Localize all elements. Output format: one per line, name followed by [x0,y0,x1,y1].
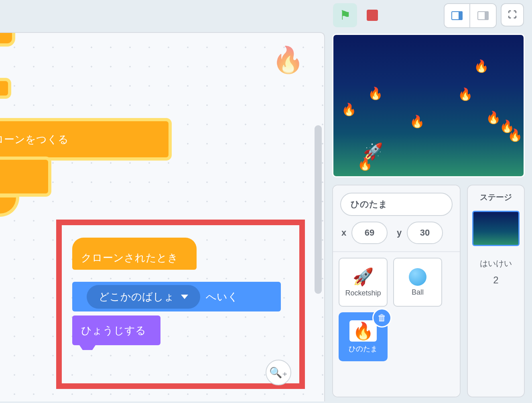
block-when-cloned[interactable]: クローンされたとき [72,238,197,270]
stage-fire-sprite: 🔥 [486,110,501,124]
dropdown-label: どこかのばしょ [99,290,175,304]
large-stage-button[interactable] [470,4,496,27]
code-canvas[interactable]: 🔥 ん のクローンをつくる うまつ クローンされたとき どこかのばしょ へいく [0,33,324,401]
small-stage-icon [451,11,463,20]
sprite-watermark: 🔥 [272,45,304,75]
zoom-in-button[interactable]: 🔍₊ [266,360,291,385]
stage-title: ステージ [480,192,512,203]
sprite-tile-hinotama[interactable]: 🔥 ひのたま 🗑 [339,312,388,361]
ball-icon [409,268,426,286]
stage-panel: ステージ はいけい 2 [467,185,525,397]
sprite-list: 🚀 Rocketship Ball 🔥 ひのたま 🗑 [333,252,460,397]
stage-fire-sprite: 🔥 [357,157,372,171]
block-text: のクローンをつくる [0,132,69,147]
x-input[interactable] [351,222,388,244]
stop-icon [367,10,378,21]
sprite-tile-rocketship[interactable]: 🚀 Rocketship [339,258,388,307]
stage-fire-sprite: 🔥 [410,114,424,128]
tile-label: Ball [412,288,424,297]
code-area[interactable]: 🔥 ん のクローンをつくる うまつ クローンされたとき どこかのばしょ へいく [0,32,325,401]
small-stage-button[interactable] [445,4,470,27]
vertical-scrollbar[interactable] [315,125,322,294]
stage-size-group [444,3,497,28]
coord-row: x y [340,222,453,244]
view-controls: ⛶ [444,3,524,28]
flag-icon: ⚑ [339,8,351,23]
fullscreen-button[interactable]: ⛶ [501,3,524,26]
stage-fire-sprite: 🔥 [341,102,356,116]
rocket-icon: 🚀 [353,267,374,287]
chevron-down-icon [181,295,188,299]
y-input[interactable] [407,222,443,244]
backdrop-count: 2 [493,275,498,286]
stage-fire-sprite: 🔥 [474,59,489,73]
block-wait[interactable]: うまつ [0,160,48,193]
fullscreen-icon: ⛶ [508,10,517,20]
stop-button[interactable] [360,3,384,27]
controls-bar: ⚑ ⛶ [0,0,532,32]
large-stage-icon [477,11,489,20]
block-create-clone[interactable]: ん のクローンをつくる [0,121,169,157]
block-show[interactable]: ひょうじする [72,315,160,345]
block-text: クローンされたとき [81,251,178,265]
x-label: x [340,228,347,238]
sprite-tile-ball[interactable]: Ball [393,258,442,307]
goto-target-dropdown[interactable]: どこかのばしょ [87,285,200,309]
delete-sprite-button[interactable]: 🗑 [372,308,392,328]
stage-fire-sprite: 🔥 [522,103,525,117]
stage-fire-sprite: 🔥 [508,128,522,142]
tile-label: ひのたま [349,344,378,354]
stage-preview[interactable]: 🚀 🔥🔥🔥🔥🔥🔥🔥🔥🔥🔥 [332,34,525,177]
stage-fire-sprite: 🔥 [458,87,473,101]
block-loop-end[interactable] [0,197,16,214]
run-controls: ⚑ [333,3,384,27]
block-text: へいく [206,290,238,304]
y-label: y [396,228,403,238]
fire-icon: 🔥 [349,320,377,342]
tile-label: Rocketship [345,289,381,297]
sprite-info-panel: x y 🚀 Rocketship Ball 🔥 ひのたま 🗑 [332,185,461,397]
block-goto[interactable]: どこかのばしょ へいく [72,282,281,311]
stage-thumbnail[interactable] [472,211,520,246]
block-fragment-top[interactable] [0,33,12,43]
sprite-header: x y [333,185,460,252]
sprite-name-input[interactable] [340,193,453,216]
block-text: ひょうじする [81,324,146,338]
zoom-icon: 🔍₊ [269,366,288,379]
backdrop-label: はいけい [480,258,512,269]
trash-icon: 🗑 [378,313,386,323]
green-flag-button[interactable]: ⚑ [333,3,357,27]
stage-fire-sprite: 🔥 [368,86,383,100]
block-fragment-hat[interactable] [0,81,8,96]
